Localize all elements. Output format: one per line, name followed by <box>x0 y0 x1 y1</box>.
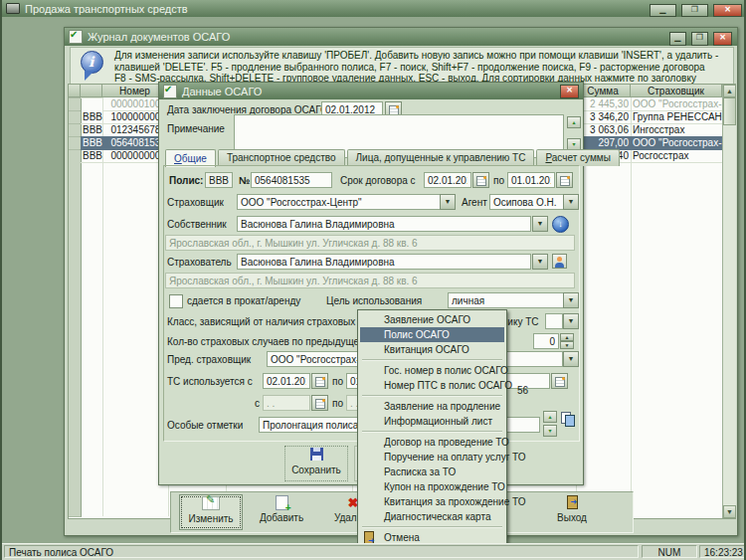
menu-item[interactable]: Заявление ОСАГО <box>360 312 504 327</box>
marks-tool-up-icon[interactable]: ▴ <box>543 411 557 423</box>
menu-item[interactable]: Квитанция за прохождение ТО <box>360 494 504 509</box>
cell-insurer: ООО "Росгосстрах-Центр <box>631 97 722 111</box>
menu-item[interactable]: Номер ПТС в полис ОСАГО <box>360 378 504 393</box>
term-to-field[interactable] <box>507 172 555 188</box>
class-combo[interactable] <box>545 313 563 329</box>
journal-window-icon <box>69 30 83 44</box>
edit-button[interactable]: Изменить <box>179 494 243 530</box>
calendar-icon[interactable] <box>556 172 573 188</box>
policy-number-field[interactable] <box>251 172 332 188</box>
usage2-label: с <box>255 397 260 411</box>
menu-item[interactable]: Купон на прохождение ТО <box>360 479 504 494</box>
exit-door-icon <box>541 495 603 512</box>
chevron-down-icon[interactable]: ▼ <box>563 313 579 329</box>
status-num: NUM <box>642 545 697 558</box>
journal-maximize-icon[interactable]: ❐ <box>691 32 708 46</box>
maximize-icon[interactable]: ❐ <box>681 4 708 17</box>
spinner-stepper[interactable]: ▲▼ <box>560 333 574 349</box>
policy-label: Полис: <box>169 174 203 188</box>
owner-label: Собственник <box>167 218 227 232</box>
cell-insurer: Росгосстрах <box>631 149 722 163</box>
journal-close-icon[interactable]: ✕ <box>713 32 732 46</box>
scroll-up-icon[interactable]: ▲ <box>723 85 736 97</box>
purpose-label: Цель использования <box>326 294 422 308</box>
table-scrollbar[interactable]: ▲ ▼ <box>722 85 736 518</box>
chevron-down-icon[interactable]: ▼ <box>563 194 579 210</box>
edit-table-icon <box>180 496 242 513</box>
marks-tool-down-icon[interactable]: ▾ <box>543 425 557 437</box>
term-to-label: по <box>493 174 504 188</box>
menu-item[interactable]: Диагностическая карта <box>360 509 504 524</box>
tab-sum[interactable]: Расчет суммы <box>536 149 619 166</box>
usage-from-field[interactable] <box>263 373 310 389</box>
calendar-icon[interactable] <box>551 373 568 389</box>
menu-item[interactable]: Квитанция ОСАГО <box>360 342 504 357</box>
header-insurer[interactable]: Страховщик <box>631 85 722 97</box>
cell-insurer: ООО "Росгосстрах-Центр <box>631 136 722 150</box>
calendar-icon[interactable] <box>472 172 489 188</box>
policy-no-sign: № <box>239 174 250 188</box>
note-tool-up-icon[interactable]: ▴ <box>567 116 581 128</box>
info-panel: Для изменения записи используйте клавишу… <box>70 47 734 86</box>
save-button[interactable]: Сохранить <box>284 446 348 481</box>
agent-label: Агент <box>462 196 487 210</box>
chevron-down-icon[interactable]: ▼ <box>563 292 579 308</box>
cell-sum: 3 346,20 <box>576 110 631 124</box>
menu-item[interactable]: Поручение на оплату услуг ТО <box>360 450 504 465</box>
calendar-icon[interactable] <box>311 395 328 411</box>
exit-button[interactable]: Выход <box>541 494 603 528</box>
menu-item[interactable]: Договор на проведение ТО <box>360 435 504 450</box>
tab-vehicle[interactable]: Транспортное средство <box>218 149 345 166</box>
holder-address-field <box>165 273 575 288</box>
partial-number-fragment: 56 <box>517 384 528 398</box>
add-button[interactable]: Добавить <box>251 494 312 528</box>
main-window-controls: ▁ ❐ ✕ <box>648 2 742 17</box>
close-icon[interactable]: ✕ <box>713 4 742 17</box>
menu-item[interactable]: Заявление на продление <box>360 399 504 414</box>
chevron-down-icon[interactable]: ▼ <box>532 254 548 270</box>
status-bar: Печать полиса ОСАГО NUM 16:23:23 <box>2 543 744 560</box>
info-icon <box>81 51 103 74</box>
calendar-icon[interactable] <box>311 373 328 389</box>
purpose-combo[interactable] <box>448 292 564 308</box>
minimize-icon[interactable]: ▁ <box>650 4 676 17</box>
chevron-down-icon[interactable]: ▼ <box>440 194 456 210</box>
header-indicator <box>69 85 81 97</box>
menu-item-highlighted[interactable]: Полис ОСАГО <box>360 327 504 342</box>
dialog-title: Данные ОСАГО <box>182 86 262 97</box>
journal-window-title: Журнал документов ОСАГО <box>88 31 230 43</box>
tab-drivers[interactable]: Лица, допущенные к управлению ТС <box>347 149 535 166</box>
agent-combo[interactable] <box>489 194 564 210</box>
info-line-2: клавишей 'DELETE'. F5 - продление выбран… <box>114 62 727 74</box>
usage-to-label: по <box>332 375 343 389</box>
term-from-field[interactable] <box>424 172 471 188</box>
dialog-close-icon[interactable]: ✕ <box>560 85 579 98</box>
claims-field[interactable] <box>533 333 559 349</box>
copy-icon[interactable] <box>559 411 577 426</box>
scroll-down-icon[interactable]: ▼ <box>723 505 736 518</box>
usage2-from-field[interactable] <box>263 395 310 411</box>
menu-item[interactable]: Расписка за ТО <box>360 465 504 479</box>
chevron-down-icon[interactable]: ▼ <box>532 216 548 232</box>
save-button-label: Сохранить <box>291 465 341 475</box>
cell-series: ВВВ <box>81 123 102 137</box>
fill-down-icon[interactable]: ↓ <box>552 216 569 233</box>
header-sum[interactable]: Сумма <box>576 85 631 97</box>
insurer-label: Страховщик <box>167 196 224 210</box>
owner-field[interactable] <box>237 216 531 232</box>
menu-separator <box>362 526 502 528</box>
print-context-menu: Заявление ОСАГО Полис ОСАГО Квитанция ОС… <box>357 309 507 548</box>
header-series[interactable] <box>81 85 102 97</box>
holder-label: Страхователь <box>167 256 232 270</box>
chevron-down-icon[interactable]: ▼ <box>563 351 579 367</box>
rent-checkbox[interactable] <box>169 294 183 308</box>
journal-minimize-icon[interactable]: ▁ <box>669 32 686 46</box>
insurer-combo[interactable] <box>237 194 441 210</box>
scrollbar-thumb[interactable] <box>723 97 736 125</box>
person-icon[interactable] <box>552 254 567 269</box>
menu-item[interactable]: Гос. номер в полис ОСАГО <box>360 363 504 378</box>
holder-field[interactable] <box>237 254 531 270</box>
menu-item[interactable]: Информационный лист <box>360 414 504 429</box>
status-message: Печать полиса ОСАГО <box>4 545 639 558</box>
policy-series-field[interactable] <box>205 172 233 188</box>
